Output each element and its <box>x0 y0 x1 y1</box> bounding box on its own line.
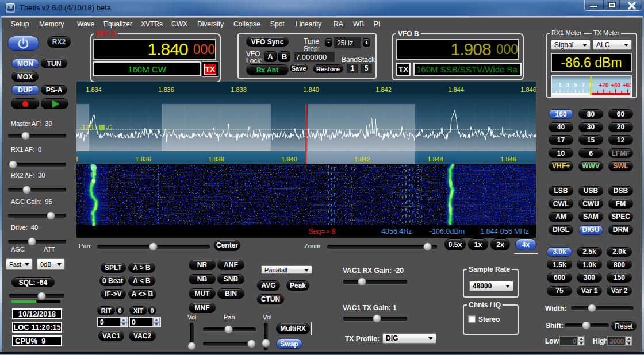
svg-text:1.844: 1.844 <box>427 156 443 163</box>
svg-text:+40: +40 <box>611 82 620 88</box>
svg-text:3: 3 <box>566 82 570 88</box>
svg-text:1.838: 1.838 <box>208 156 224 163</box>
svg-text:-G: -G <box>106 125 112 131</box>
svg-text:1.836: 1.836 <box>158 86 174 93</box>
svg-text:1.846: 1.846 <box>520 86 536 93</box>
svg-text:1.840: 1.840 <box>281 156 297 163</box>
svg-text:5: 5 <box>574 82 577 88</box>
svg-text:1.838: 1.838 <box>231 86 247 93</box>
svg-text:7: 7 <box>581 82 585 88</box>
svg-text:-120: -120 <box>79 124 93 132</box>
svg-text:+20: +20 <box>599 82 609 88</box>
svg-text:1.836: 1.836 <box>135 156 151 163</box>
svg-text:-106.8dBm: -106.8dBm <box>430 227 465 236</box>
svg-text:1: 1 <box>558 82 562 88</box>
svg-text:1.840: 1.840 <box>303 86 319 93</box>
svg-text:1.834: 1.834 <box>76 156 78 163</box>
svg-text:+60: +60 <box>623 82 631 88</box>
svg-text:1.844 056 MHz: 1.844 056 MHz <box>480 227 529 236</box>
svg-text:1.834: 1.834 <box>86 86 102 93</box>
svg-text:1.844: 1.844 <box>448 86 464 93</box>
svg-text:Seq=> 8: Seq=> 8 <box>308 227 335 236</box>
svg-text:4056.4Hz: 4056.4Hz <box>381 227 412 236</box>
svg-text:1.842: 1.842 <box>375 86 392 93</box>
svg-text:1.846: 1.846 <box>500 156 516 163</box>
svg-text:1.842: 1.842 <box>354 156 370 163</box>
